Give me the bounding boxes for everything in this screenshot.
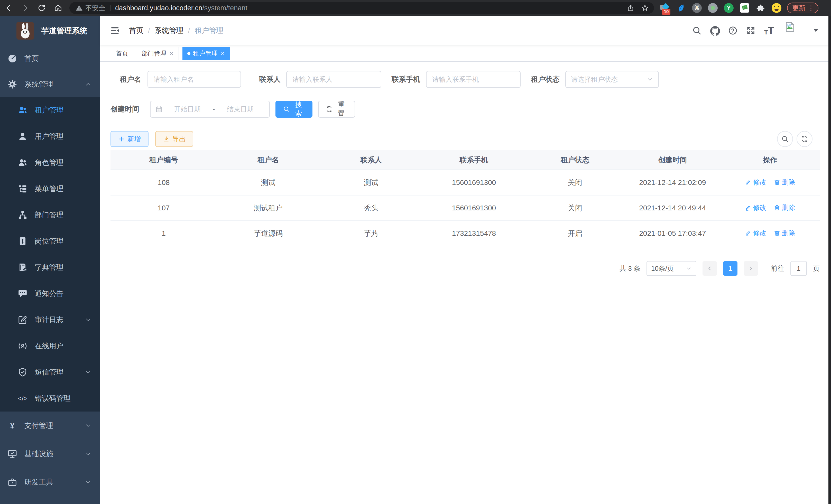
- page-number-1[interactable]: 1: [723, 261, 738, 276]
- edit-link[interactable]: 修改: [745, 203, 767, 212]
- header-search-button[interactable]: [692, 26, 701, 35]
- extension-dot-icon[interactable]: [708, 3, 718, 13]
- phone-label: 联系手机: [392, 75, 420, 84]
- extension-command-icon[interactable]: ⌘: [692, 3, 702, 13]
- tab-dept[interactable]: 部门管理: [137, 47, 179, 60]
- sidebar-item-dict[interactable]: 字典管理: [0, 254, 100, 280]
- bookmark-star-icon[interactable]: [641, 4, 649, 12]
- browser-back-button[interactable]: [4, 3, 14, 13]
- contact-input[interactable]: [286, 71, 381, 88]
- delete-link[interactable]: 删除: [774, 203, 795, 212]
- top-navbar: 首页 / 系统管理 / 租户管理 TT: [100, 16, 828, 45]
- sidebar-item-system[interactable]: 系统管理: [0, 71, 100, 97]
- chevron-down-icon: [686, 265, 692, 271]
- extension-puzzle-icon[interactable]: [756, 3, 766, 13]
- security-label[interactable]: 不安全: [85, 4, 105, 12]
- extension-kite-icon[interactable]: [676, 3, 686, 13]
- show-search-toggle-button[interactable]: [777, 131, 793, 147]
- sidebar-item-tenant[interactable]: 租户管理: [0, 97, 100, 123]
- yen-icon: ¥: [7, 421, 17, 431]
- table-row: 107 测试租户 秃头 15601691300 关闭 2021-12-14 20…: [111, 195, 820, 221]
- cell-status: 关闭: [525, 195, 625, 221]
- sidebar-item-sms[interactable]: 短信管理: [0, 359, 100, 385]
- sidebar-item-post[interactable]: 岗位管理: [0, 228, 100, 254]
- next-page-button[interactable]: [744, 261, 758, 276]
- add-button[interactable]: 新增: [111, 131, 148, 147]
- tree-list-icon: [18, 184, 28, 194]
- browser-forward-button[interactable]: [20, 3, 30, 13]
- export-button-label: 导出: [172, 135, 185, 144]
- pencil-icon: [745, 204, 752, 211]
- font-size-button[interactable]: TT: [764, 26, 774, 35]
- tab-home[interactable]: 首页: [111, 47, 133, 60]
- code-icon: </>: [18, 394, 28, 403]
- sidebar-item-audit-log[interactable]: 审计日志: [0, 307, 100, 333]
- tab-tenant[interactable]: 租户管理: [182, 47, 230, 60]
- avatar[interactable]: [783, 20, 804, 41]
- edit-link[interactable]: 修改: [745, 178, 767, 187]
- create-time-range-picker[interactable]: 开始日期 - 结束日期: [150, 101, 270, 118]
- github-button[interactable]: [710, 26, 719, 35]
- text-size-large-glyph: T: [768, 26, 774, 35]
- export-button[interactable]: 导出: [155, 131, 193, 147]
- tenant-name-input[interactable]: [147, 71, 241, 88]
- url-host[interactable]: dashboard.yudao.iocoder.cn: [115, 4, 202, 12]
- address-bar[interactable]: 不安全 dashboard.yudao.iocoder.cn/system/te…: [69, 2, 654, 14]
- reset-button[interactable]: 重置: [318, 101, 355, 118]
- refresh-table-button[interactable]: [797, 131, 812, 147]
- profile-avatar-icon[interactable]: [772, 3, 781, 13]
- sidebar-item-infra[interactable]: 基础设施: [0, 440, 100, 468]
- close-icon[interactable]: [169, 51, 174, 56]
- end-date-placeholder: 结束日期: [216, 105, 265, 114]
- sidebar-logo-row[interactable]: 芋道管理系统: [0, 16, 100, 46]
- fullscreen-button[interactable]: [746, 26, 755, 35]
- breadcrumb-system[interactable]: 系统管理: [155, 26, 183, 35]
- extension-chat-icon[interactable]: [740, 3, 749, 13]
- goto-page-input[interactable]: [791, 261, 807, 276]
- sidebar-item-notice[interactable]: 通知公告: [0, 280, 100, 307]
- dashboard-icon: [7, 54, 17, 63]
- avatar-dropdown-caret[interactable]: [813, 29, 819, 33]
- goto-label: 前往: [771, 264, 784, 273]
- sidebar-item-role[interactable]: 角色管理: [0, 149, 100, 176]
- cell-tenant-name: 测试: [217, 170, 320, 195]
- extension-y-icon[interactable]: Y: [724, 3, 734, 13]
- url-path[interactable]: /system/tenant: [202, 4, 248, 12]
- search-icon: [692, 26, 701, 35]
- prev-page-button[interactable]: [703, 261, 717, 276]
- sidebar-item-online-user[interactable]: 在线用户: [0, 333, 100, 359]
- sidebar-item-error-code[interactable]: </> 错误码管理: [0, 385, 100, 412]
- close-icon[interactable]: [220, 51, 225, 56]
- help-button[interactable]: [728, 26, 738, 35]
- sidebar-item-devtools[interactable]: 研发工具: [0, 468, 100, 496]
- sidebar-bottom-menu: ¥ 支付管理 基础设施 研发工具: [0, 412, 100, 496]
- breadcrumb-home[interactable]: 首页: [129, 26, 143, 35]
- sidebar-item-pay[interactable]: ¥ 支付管理: [0, 412, 100, 440]
- delete-link[interactable]: 删除: [774, 178, 795, 187]
- update-label: 更新: [792, 4, 806, 12]
- question-icon: [728, 26, 738, 35]
- browser-home-button[interactable]: [53, 3, 63, 13]
- roles-icon: [18, 158, 28, 168]
- sidebar-item-menu[interactable]: 菜单管理: [0, 176, 100, 202]
- warning-icon: [76, 4, 83, 11]
- cell-status: 开启: [525, 221, 625, 246]
- phone-input[interactable]: [426, 71, 521, 88]
- delete-link[interactable]: 删除: [774, 229, 795, 238]
- browser-menu-icon[interactable]: ⋮: [808, 4, 814, 12]
- chevron-down-icon: [85, 369, 91, 376]
- sidebar-item-user[interactable]: 用户管理: [0, 123, 100, 149]
- browser-update-button[interactable]: 更新 ⋮: [787, 3, 819, 13]
- search-button[interactable]: 搜索: [276, 101, 312, 118]
- browser-reload-button[interactable]: [36, 3, 47, 13]
- trash-icon: [774, 179, 780, 185]
- sidebar-toggle-button[interactable]: [110, 25, 120, 36]
- status-select[interactable]: 请选择租户状态: [565, 71, 659, 88]
- extension-pin-icon[interactable]: 10: [660, 3, 670, 13]
- page-size-select[interactable]: 10条/页: [647, 261, 696, 276]
- edit-link[interactable]: 修改: [745, 229, 767, 238]
- sidebar-item-dept[interactable]: 部门管理: [0, 202, 100, 228]
- share-icon[interactable]: [627, 4, 634, 12]
- delete-label: 删除: [782, 203, 795, 212]
- sidebar-item-home[interactable]: 首页: [0, 46, 100, 71]
